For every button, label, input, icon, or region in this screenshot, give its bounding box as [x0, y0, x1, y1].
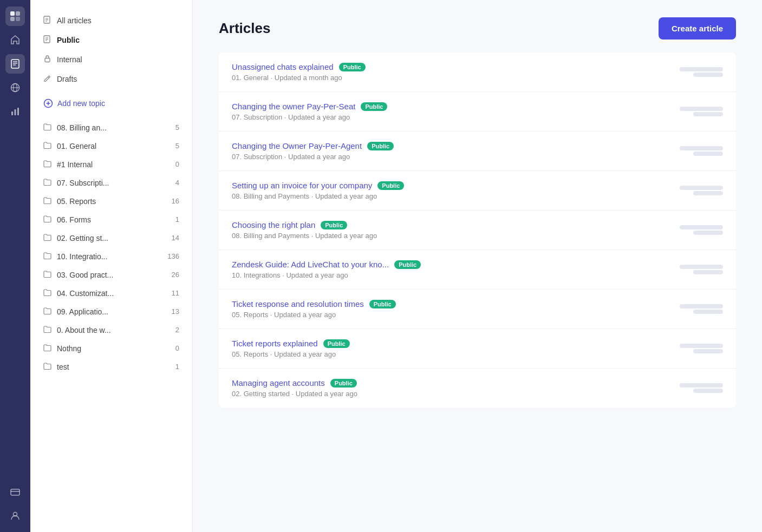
sidebar-filter-all[interactable]: All articles — [35, 11, 188, 30]
topic-count: 11 — [172, 289, 179, 297]
article-badge: Public — [330, 379, 357, 387]
stat-bar-bottom — [693, 310, 723, 314]
article-stats — [680, 265, 723, 274]
article-stats — [680, 146, 723, 156]
article-badge: Public — [339, 63, 366, 71]
article-badge: Public — [367, 142, 394, 150]
public-label: Public — [57, 36, 80, 44]
add-topic-label: Add new topic — [57, 99, 105, 108]
svg-rect-12 — [15, 109, 16, 115]
article-badge: Public — [394, 260, 421, 269]
article-row[interactable]: Choosing the right plan Public 08. Billi… — [219, 211, 736, 250]
article-row[interactable]: Changing the owner Pay-Per-Seat Public 0… — [219, 92, 736, 132]
topic-count: 5 — [175, 123, 179, 132]
drafts-label: Drafts — [57, 75, 77, 83]
stat-bar-bottom — [693, 73, 723, 77]
article-title[interactable]: Changing the Owner Pay-Per-Agent — [232, 141, 362, 150]
add-topic-button[interactable]: Add new topic — [30, 93, 192, 114]
article-meta: 05. Reports · Updated a year ago — [232, 311, 680, 319]
topic-count: 13 — [172, 307, 179, 316]
article-row[interactable]: Ticket response and resolution times Pub… — [219, 290, 736, 329]
topic-customization[interactable]: 04. Customizat... 11 — [35, 284, 188, 302]
all-articles-icon — [43, 16, 51, 25]
article-meta: 08. Billing and Payments · Updated a yea… — [232, 192, 680, 200]
svg-rect-11 — [11, 111, 13, 115]
article-stats — [680, 67, 723, 77]
article-badge: Public — [369, 300, 396, 308]
public-icon — [43, 35, 51, 45]
article-row[interactable]: Managing agent accounts Public 02. Getti… — [219, 369, 736, 408]
card-icon[interactable] — [5, 482, 25, 502]
topic-subscription[interactable]: 07. Subscripti... 4 — [35, 174, 188, 192]
sidebar-filter-public[interactable]: Public — [35, 31, 188, 49]
article-info: Changing the Owner Pay-Per-Agent Public … — [232, 141, 680, 161]
topic-integrations[interactable]: 10. Integratio... 136 — [35, 247, 188, 265]
article-row[interactable]: Changing the Owner Pay-Per-Agent Public … — [219, 132, 736, 171]
article-row[interactable]: Unassigned chats explained Public 01. Ge… — [219, 52, 736, 92]
stat-bar-top — [680, 265, 723, 269]
stat-bar-top — [680, 186, 723, 190]
stat-bar-top — [680, 67, 723, 71]
topic-reports[interactable]: 05. Reports 16 — [35, 192, 188, 210]
article-title[interactable]: Ticket response and resolution times — [232, 299, 364, 308]
topic-count: 1 — [175, 215, 179, 224]
svg-rect-0 — [10, 11, 15, 16]
article-title[interactable]: Ticket reports explained — [232, 339, 318, 348]
topic-label: 06. Forms — [57, 215, 91, 224]
article-title[interactable]: Changing the owner Pay-Per-Seat — [232, 102, 355, 111]
article-title[interactable]: Zendesk Guide: Add LiveChat to your kno.… — [232, 260, 389, 269]
topic-test[interactable]: test 1 — [35, 358, 188, 376]
article-row[interactable]: Setting up an invoice for your company P… — [219, 171, 736, 211]
topic-count: 16 — [172, 197, 179, 205]
left-navigation — [0, 0, 30, 532]
stat-bar-top — [680, 225, 723, 229]
topic-forms[interactable]: 06. Forms 1 — [35, 211, 188, 228]
folder-icon — [43, 141, 51, 150]
folder-icon — [43, 215, 51, 224]
stat-bar-top — [680, 344, 723, 348]
stat-bar-bottom — [693, 191, 723, 195]
topic-internal[interactable]: #1 Internal 0 — [35, 155, 188, 173]
create-article-button[interactable]: Create article — [659, 17, 736, 40]
article-title[interactable]: Choosing the right plan — [232, 220, 315, 229]
topic-count: 2 — [175, 326, 179, 334]
svg-line-26 — [48, 77, 49, 78]
topic-label: #1 Internal — [57, 160, 93, 169]
article-title[interactable]: Unassigned chats explained — [232, 62, 334, 71]
logo-icon[interactable] — [5, 6, 25, 26]
article-meta: 01. General · Updated a month ago — [232, 74, 680, 82]
article-meta: 02. Getting started · Updated a year ago — [232, 390, 680, 398]
article-title[interactable]: Managing agent accounts — [232, 378, 325, 387]
sidebar-filter-drafts[interactable]: Drafts — [35, 70, 188, 88]
topic-general[interactable]: 01. General 5 — [35, 137, 188, 155]
topic-count: 1 — [175, 363, 179, 371]
person-icon[interactable] — [5, 506, 25, 526]
articles-icon[interactable] — [5, 54, 25, 74]
article-row[interactable]: Ticket reports explained Public 05. Repo… — [219, 329, 736, 369]
topic-getting-started[interactable]: 02. Getting st... 14 — [35, 229, 188, 247]
lock-icon — [43, 55, 51, 64]
topic-nothing[interactable]: Nothng 0 — [35, 339, 188, 357]
topic-about[interactable]: 0. About the w... 2 — [35, 321, 188, 339]
folder-icon — [43, 325, 51, 334]
home-icon[interactable] — [5, 30, 25, 50]
article-badge: Public — [323, 339, 350, 348]
folder-icon — [43, 344, 51, 353]
topic-count: 0 — [175, 344, 179, 352]
chart-icon[interactable] — [5, 102, 25, 121]
globe-icon[interactable] — [5, 78, 25, 97]
sidebar-filter-internal[interactable]: Internal — [35, 50, 188, 69]
topic-billing[interactable]: 08. Billing an... 5 — [35, 119, 188, 136]
folder-icon — [43, 196, 51, 206]
stat-bar-top — [680, 383, 723, 387]
topic-good-practices[interactable]: 03. Good pract... 26 — [35, 266, 188, 284]
article-info: Managing agent accounts Public 02. Getti… — [232, 378, 680, 398]
article-row[interactable]: Zendesk Guide: Add LiveChat to your kno.… — [219, 250, 736, 290]
article-stats — [680, 344, 723, 353]
article-title[interactable]: Setting up an invoice for your company — [232, 181, 372, 190]
folder-icon — [43, 178, 51, 187]
topic-label: 02. Getting st... — [57, 234, 108, 242]
topic-applications[interactable]: 09. Applicatio... 13 — [35, 303, 188, 320]
topic-count: 4 — [175, 179, 179, 187]
topic-label: Nothng — [57, 344, 81, 353]
